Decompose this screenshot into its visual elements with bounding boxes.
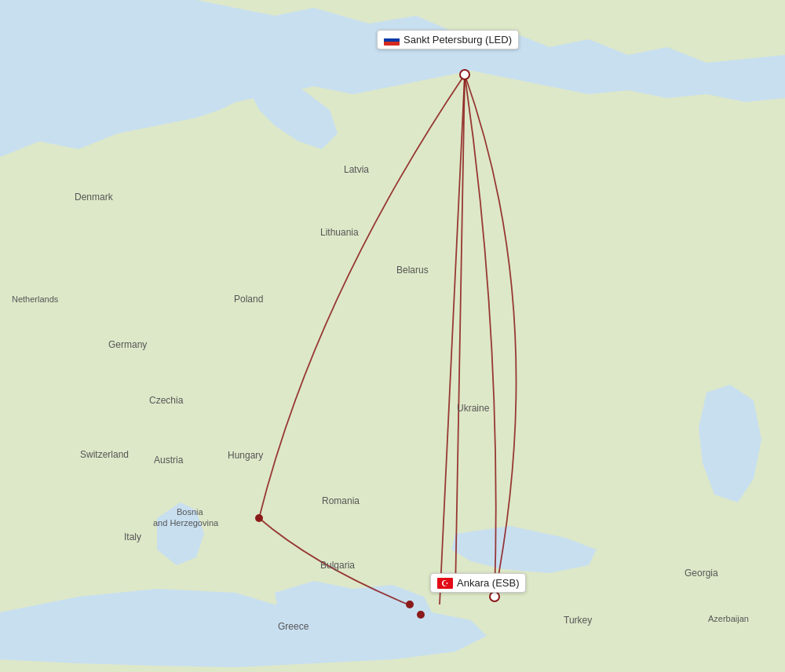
- svg-point-2: [406, 601, 414, 608]
- svg-point-5: [490, 592, 499, 601]
- svg-text:Bulgaria: Bulgaria: [320, 560, 355, 571]
- map-svg: Denmark Netherlands Germany Czechia Swit…: [0, 0, 785, 672]
- svg-text:Azerbaijan: Azerbaijan: [708, 614, 749, 623]
- svg-point-4: [460, 70, 469, 79]
- svg-text:Germany: Germany: [108, 339, 147, 350]
- svg-text:Ukraine: Ukraine: [457, 403, 490, 414]
- svg-text:and Herzegovina: and Herzegovina: [153, 518, 219, 528]
- svg-text:Turkey: Turkey: [564, 615, 592, 626]
- airport-label-esb-text: Ankara (ESB): [457, 577, 519, 589]
- svg-text:Austria: Austria: [154, 455, 184, 466]
- airport-label-esb: Ankara (ESB): [430, 573, 526, 593]
- airport-label-led-text: Sankt Petersburg (LED): [403, 34, 512, 46]
- map-container: Denmark Netherlands Germany Czechia Swit…: [0, 0, 785, 672]
- svg-text:Denmark: Denmark: [75, 192, 114, 203]
- svg-text:Georgia: Georgia: [685, 568, 718, 579]
- svg-text:Hungary: Hungary: [228, 450, 263, 461]
- svg-text:Greece: Greece: [278, 621, 309, 632]
- airport-label-led: Sankt Petersburg (LED): [377, 30, 519, 49]
- svg-text:Romania: Romania: [322, 495, 360, 506]
- svg-text:Poland: Poland: [234, 294, 263, 305]
- svg-text:Belarus: Belarus: [396, 265, 429, 276]
- svg-text:Czechia: Czechia: [149, 395, 184, 406]
- svg-text:Bosnia: Bosnia: [177, 507, 204, 517]
- svg-text:Switzerland: Switzerland: [80, 449, 129, 460]
- svg-text:Netherlands: Netherlands: [12, 294, 59, 304]
- svg-point-3: [417, 611, 425, 619]
- turkey-flag: [437, 578, 453, 589]
- svg-text:Lithuania: Lithuania: [320, 227, 359, 238]
- svg-text:Latvia: Latvia: [344, 164, 369, 175]
- russia-flag: [384, 35, 400, 46]
- svg-text:Italy: Italy: [124, 531, 141, 542]
- svg-point-1: [255, 514, 263, 522]
